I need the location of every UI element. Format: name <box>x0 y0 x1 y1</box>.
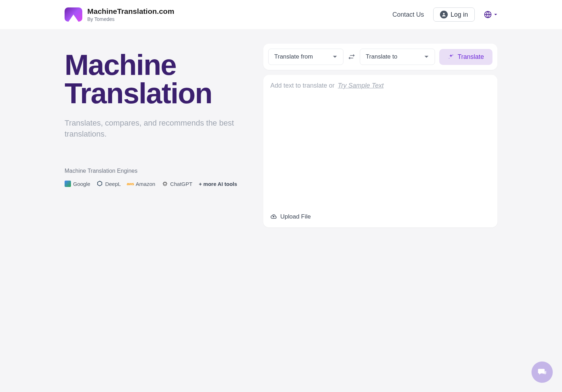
engine-chatgpt: ChatGPT <box>162 181 193 187</box>
engine-deepl: DeepL <box>97 181 121 187</box>
translate-button[interactable]: Translate <box>439 49 492 65</box>
placeholder-row: Add text to translate or Try Sample Text <box>270 82 490 89</box>
controls-bar: Translate from Translate to Translate <box>263 44 497 70</box>
try-sample-link[interactable]: Try Sample Text <box>338 82 384 89</box>
header-right: Contact Us Log in <box>392 7 497 22</box>
engine-label: Amazon <box>136 181 155 187</box>
brand-logo-icon <box>65 7 82 22</box>
header-inner: MachineTranslation.com By Tomedes Contac… <box>57 7 505 22</box>
hero-title-line2: Translation <box>65 77 212 109</box>
hero-title-line1: Machine <box>65 49 176 81</box>
chevron-down-icon <box>494 13 497 16</box>
site-header: MachineTranslation.com By Tomedes Contac… <box>0 0 562 29</box>
chatgpt-icon <box>162 181 168 187</box>
engines-list: Google DeepL aws Amazon ChatGPT + more A… <box>65 181 249 187</box>
engine-google: Google <box>65 181 90 187</box>
panel-spacer <box>270 89 490 213</box>
svg-point-4 <box>449 58 450 59</box>
chevron-down-icon <box>424 54 429 59</box>
chat-widget-button[interactable] <box>531 361 553 383</box>
translate-to-select[interactable]: Translate to <box>360 49 435 65</box>
upload-icon <box>270 214 277 220</box>
text-input-panel[interactable]: Add text to translate or Try Sample Text… <box>263 75 497 227</box>
swap-languages-icon[interactable] <box>348 53 356 61</box>
placeholder-text: Add text to translate or <box>270 82 336 89</box>
user-icon <box>440 11 448 18</box>
login-button[interactable]: Log in <box>433 7 475 22</box>
svg-point-3 <box>452 55 453 55</box>
amazon-icon: aws <box>127 181 134 187</box>
svg-point-0 <box>443 13 445 15</box>
translate-widget: Translate from Translate to Translate Ad… <box>263 44 497 227</box>
chat-icon <box>537 367 547 377</box>
engine-label: ChatGPT <box>170 181 193 187</box>
brand-title: MachineTranslation.com <box>87 7 174 16</box>
to-label: Translate to <box>366 53 397 60</box>
from-label: Translate from <box>274 53 313 60</box>
sparkle-icon <box>448 54 454 60</box>
deepl-icon <box>97 181 103 187</box>
upload-file-button[interactable]: Upload File <box>270 213 490 220</box>
engine-label: Google <box>73 181 90 187</box>
engines-label: Machine Translation Engines <box>65 168 249 174</box>
engine-amazon: aws Amazon <box>127 181 155 187</box>
engine-label: DeepL <box>105 181 121 187</box>
globe-icon <box>484 11 492 18</box>
brand-text: MachineTranslation.com By Tomedes <box>87 7 174 22</box>
brand-subtitle: By Tomedes <box>87 16 174 22</box>
hero-section: Machine Translation Translates, compares… <box>65 44 249 227</box>
brand[interactable]: MachineTranslation.com By Tomedes <box>65 7 174 22</box>
hero-subtitle: Translates, compares, and recommends the… <box>65 118 249 140</box>
upload-label: Upload File <box>280 213 311 220</box>
main-content: Machine Translation Translates, compares… <box>57 29 505 227</box>
login-label: Log in <box>451 11 468 18</box>
language-switcher[interactable] <box>484 11 497 18</box>
contact-us-link[interactable]: Contact Us <box>392 11 424 18</box>
translate-label: Translate <box>458 53 484 61</box>
svg-point-2 <box>164 183 166 186</box>
translate-from-select[interactable]: Translate from <box>268 49 343 65</box>
hero-title: Machine Translation <box>65 51 249 108</box>
google-icon <box>65 181 71 187</box>
chevron-down-icon <box>332 54 337 59</box>
more-ai-tools-link[interactable]: + more AI tools <box>199 181 237 187</box>
